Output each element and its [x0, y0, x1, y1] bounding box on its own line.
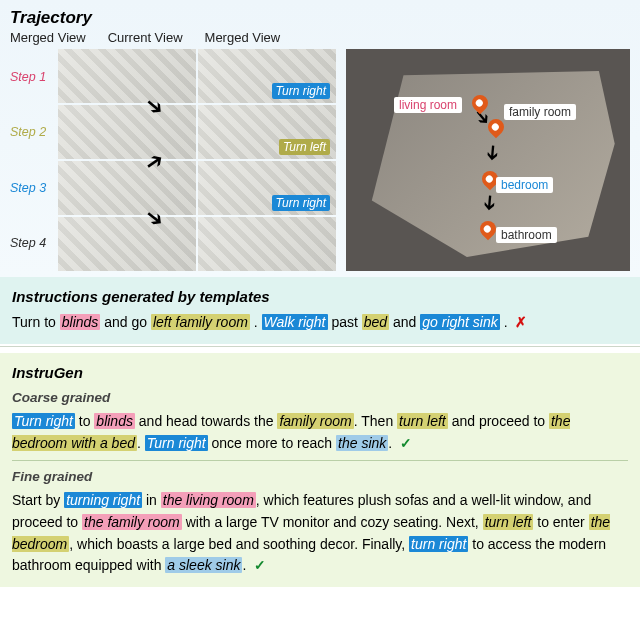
hl-the-sink: the sink: [336, 435, 388, 451]
text: and head towards the: [135, 413, 277, 429]
thumb-s1-current: Turn right: [198, 49, 336, 103]
room-label-bathroom: bathroom: [496, 227, 557, 243]
thumb-s2-current: Turn left: [198, 105, 336, 159]
text: and: [389, 314, 420, 330]
header-merged-1: Merged View: [10, 30, 86, 45]
room-label-bedroom: bedroom: [496, 177, 553, 193]
text: past: [328, 314, 362, 330]
text: .: [388, 435, 392, 451]
trajectory-grid: Turn right Turn left Turn right: [58, 49, 336, 271]
hl-blinds: blinds: [94, 413, 135, 429]
hl-bed: bed: [362, 314, 389, 330]
step-2-label: Step 2: [10, 125, 58, 139]
trajectory-panel: Trajectory Merged View Current View Merg…: [0, 0, 640, 277]
instrugen-title: InstruGen: [12, 361, 628, 384]
text: . Then: [354, 413, 397, 429]
action-label-3: Turn right: [272, 195, 330, 211]
step-labels: Step 1 Step 2 Step 3 Step 4: [10, 49, 58, 271]
text: .: [500, 314, 508, 330]
check-icon: ✓: [254, 557, 266, 573]
hl-turn-left-fine: turn left: [483, 514, 534, 530]
text: to: [75, 413, 94, 429]
thumb-s3-current: Turn right: [198, 161, 336, 215]
step-4-label: Step 4: [10, 236, 58, 250]
text: once more to reach: [208, 435, 336, 451]
text: in: [142, 492, 161, 508]
room-label-family: family room: [504, 104, 576, 120]
text: .: [137, 435, 145, 451]
text: to enter: [533, 514, 588, 530]
text: and proceed to: [448, 413, 549, 429]
hl-walk-right: Walk right: [262, 314, 328, 330]
header-merged-2: Merged View: [205, 30, 281, 45]
thumb-s1-merged: [58, 49, 196, 103]
text: and go: [100, 314, 151, 330]
fine-sentence: Start by turning right in the living roo…: [12, 490, 628, 577]
action-label-1: Turn right: [272, 83, 330, 99]
thumb-s2-merged: [58, 105, 196, 159]
floorplan: living room family room bedroom bathroom…: [346, 49, 630, 271]
thumb-s3-merged: [58, 161, 196, 215]
trajectory-headers: Merged View Current View Merged View: [10, 30, 630, 45]
coarse-title: Coarse grained: [12, 388, 628, 409]
step-3-label: Step 3: [10, 181, 58, 195]
hl-blinds: blinds: [60, 314, 101, 330]
arrow-icon: ➔: [478, 193, 503, 212]
text: Start by: [12, 492, 64, 508]
cross-icon: ✗: [515, 314, 527, 330]
hl-turn-right-2: Turn right: [145, 435, 208, 451]
trajectory-title: Trajectory: [10, 8, 630, 28]
hl-living-room: the living room: [161, 492, 256, 508]
text: .: [250, 314, 262, 330]
room-label-living: living room: [394, 97, 462, 113]
thumb-s4-merged: [58, 217, 196, 271]
text: Turn to: [12, 314, 60, 330]
check-icon: ✓: [400, 435, 412, 451]
action-label-2: Turn left: [279, 139, 330, 155]
text: , which boasts a large bed and soothing …: [69, 536, 409, 552]
figure-root: Trajectory Merged View Current View Merg…: [0, 0, 640, 587]
hl-go-right-sink: go right sink: [420, 314, 499, 330]
hl-turn-right-fine: turn right: [409, 536, 468, 552]
hl-turn-right: Turn right: [12, 413, 75, 429]
hl-family-room-fine: the family room: [82, 514, 182, 530]
template-title: Instructions generated by templates: [12, 285, 628, 308]
hl-family-room: family room: [277, 413, 353, 429]
divider: [0, 346, 640, 347]
text: .: [242, 557, 246, 573]
step-1-label: Step 1: [10, 70, 58, 84]
coarse-sentence: Turn right to blinds and head towards th…: [12, 411, 628, 454]
text: with a large TV monitor and cozy seating…: [182, 514, 483, 530]
thumb-s4-current: [198, 217, 336, 271]
divider: [12, 460, 628, 461]
arrow-icon: ➔: [481, 143, 506, 162]
hl-left-family: left family room: [151, 314, 250, 330]
hl-turning-right: turning right: [64, 492, 142, 508]
template-sentence: Turn to blinds and go left family room .…: [12, 312, 628, 334]
instrugen-panel: InstruGen Coarse grained Turn right to b…: [0, 353, 640, 587]
hl-sleek-sink: a sleek sink: [165, 557, 242, 573]
trajectory-left: Step 1 Step 2 Step 3 Step 4 Turn right T…: [10, 49, 340, 271]
header-current: Current View: [108, 30, 183, 45]
hl-turn-left: turn left: [397, 413, 448, 429]
fine-title: Fine grained: [12, 467, 628, 488]
template-panel: Instructions generated by templates Turn…: [0, 277, 640, 344]
trajectory-body: Step 1 Step 2 Step 3 Step 4 Turn right T…: [10, 49, 630, 271]
